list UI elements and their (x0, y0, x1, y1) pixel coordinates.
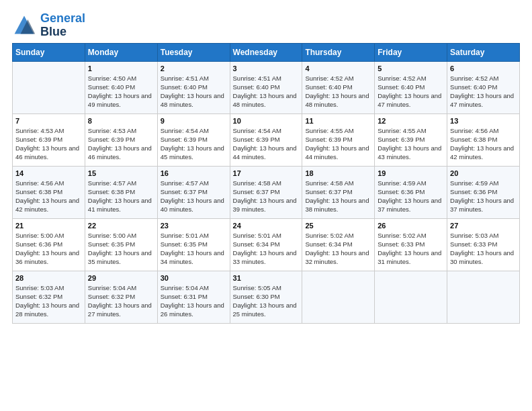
day-info: Sunrise: 4:52 AMSunset: 6:40 PMDaylight:… (305, 74, 371, 109)
day-info: Sunrise: 4:56 AMSunset: 6:38 PMDaylight:… (15, 179, 82, 214)
calendar-cell: 21Sunrise: 5:00 AMSunset: 6:36 PMDayligh… (13, 218, 85, 271)
day-info: Sunrise: 4:50 AMSunset: 6:40 PMDaylight:… (88, 74, 154, 109)
logo: General Blue (12, 12, 85, 39)
day-info: Sunrise: 5:00 AMSunset: 6:35 PMDaylight:… (88, 231, 154, 267)
day-info: Sunrise: 5:00 AMSunset: 6:36 PMDaylight:… (15, 231, 82, 267)
calendar-cell (13, 61, 85, 113)
day-info: Sunrise: 5:05 AMSunset: 6:30 PMDaylight:… (233, 283, 300, 319)
day-info: Sunrise: 4:51 AMSunset: 6:40 PMDaylight:… (233, 74, 300, 109)
day-number: 24 (233, 222, 300, 230)
day-number: 28 (15, 274, 82, 282)
calendar-cell: 25Sunrise: 5:02 AMSunset: 6:34 PMDayligh… (302, 218, 375, 271)
logo-icon (12, 13, 36, 38)
day-info: Sunrise: 5:01 AMSunset: 6:35 PMDaylight:… (161, 231, 227, 267)
day-number: 22 (88, 222, 154, 230)
weekday-header: Saturday (447, 43, 520, 61)
weekday-header: Tuesday (157, 43, 230, 61)
calendar-cell: 8Sunrise: 4:53 AMSunset: 6:39 PMDaylight… (85, 113, 157, 166)
day-number: 30 (161, 274, 227, 282)
header: General Blue (12, 12, 520, 39)
calendar-cell: 6Sunrise: 4:52 AMSunset: 6:40 PMDaylight… (447, 61, 520, 113)
day-info: Sunrise: 4:52 AMSunset: 6:40 PMDaylight:… (378, 74, 444, 109)
calendar-cell: 12Sunrise: 4:55 AMSunset: 6:39 PMDayligh… (375, 113, 447, 166)
calendar-cell: 17Sunrise: 4:58 AMSunset: 6:37 PMDayligh… (230, 166, 302, 218)
calendar-cell: 28Sunrise: 5:03 AMSunset: 6:32 PMDayligh… (13, 271, 85, 323)
calendar-cell (302, 271, 375, 323)
calendar-cell (375, 271, 447, 323)
day-number: 14 (15, 169, 82, 177)
day-info: Sunrise: 4:59 AMSunset: 6:36 PMDaylight:… (378, 179, 444, 214)
day-number: 18 (305, 169, 371, 177)
calendar-cell: 26Sunrise: 5:02 AMSunset: 6:33 PMDayligh… (375, 218, 447, 271)
day-info: Sunrise: 4:52 AMSunset: 6:40 PMDaylight:… (450, 74, 517, 109)
day-info: Sunrise: 4:54 AMSunset: 6:39 PMDaylight:… (233, 126, 300, 162)
weekday-header: Thursday (302, 43, 375, 61)
weekday-header: Friday (375, 43, 447, 61)
day-info: Sunrise: 4:56 AMSunset: 6:38 PMDaylight:… (450, 126, 517, 162)
day-number: 6 (450, 64, 517, 73)
day-number: 13 (450, 117, 517, 125)
calendar-week-row: 14Sunrise: 4:56 AMSunset: 6:38 PMDayligh… (13, 166, 520, 218)
day-number: 5 (378, 64, 444, 73)
day-number: 25 (305, 222, 371, 230)
day-info: Sunrise: 5:03 AMSunset: 6:33 PMDaylight:… (450, 231, 517, 267)
logo-text: General Blue (40, 12, 85, 39)
calendar-cell: 22Sunrise: 5:00 AMSunset: 6:35 PMDayligh… (85, 218, 157, 271)
calendar-table: SundayMondayTuesdayWednesdayThursdayFrid… (12, 43, 520, 324)
day-info: Sunrise: 4:53 AMSunset: 6:39 PMDaylight:… (88, 126, 154, 162)
day-number: 10 (233, 117, 300, 125)
calendar-cell: 20Sunrise: 4:59 AMSunset: 6:36 PMDayligh… (447, 166, 520, 218)
calendar-cell: 31Sunrise: 5:05 AMSunset: 6:30 PMDayligh… (230, 271, 302, 323)
day-number: 27 (450, 222, 517, 230)
day-info: Sunrise: 4:58 AMSunset: 6:37 PMDaylight:… (305, 179, 371, 214)
day-number: 9 (161, 117, 227, 125)
day-number: 1 (88, 64, 154, 73)
calendar-cell: 23Sunrise: 5:01 AMSunset: 6:35 PMDayligh… (157, 218, 230, 271)
day-number: 20 (450, 169, 517, 177)
day-number: 2 (161, 64, 227, 73)
calendar-cell: 14Sunrise: 4:56 AMSunset: 6:38 PMDayligh… (13, 166, 85, 218)
day-info: Sunrise: 5:02 AMSunset: 6:33 PMDaylight:… (378, 231, 444, 267)
day-number: 19 (378, 169, 444, 177)
calendar-cell: 24Sunrise: 5:01 AMSunset: 6:34 PMDayligh… (230, 218, 302, 271)
day-info: Sunrise: 5:04 AMSunset: 6:32 PMDaylight:… (88, 283, 154, 319)
calendar-cell: 9Sunrise: 4:54 AMSunset: 6:39 PMDaylight… (157, 113, 230, 166)
calendar-header: SundayMondayTuesdayWednesdayThursdayFrid… (13, 43, 520, 61)
calendar-cell: 3Sunrise: 4:51 AMSunset: 6:40 PMDaylight… (230, 61, 302, 113)
day-number: 3 (233, 64, 300, 73)
day-number: 12 (378, 117, 444, 125)
day-number: 29 (88, 274, 154, 282)
day-info: Sunrise: 4:59 AMSunset: 6:36 PMDaylight:… (450, 179, 517, 214)
calendar-cell: 27Sunrise: 5:03 AMSunset: 6:33 PMDayligh… (447, 218, 520, 271)
day-info: Sunrise: 5:03 AMSunset: 6:32 PMDaylight:… (15, 283, 82, 319)
day-info: Sunrise: 4:57 AMSunset: 6:38 PMDaylight:… (88, 179, 154, 214)
calendar-cell: 30Sunrise: 5:04 AMSunset: 6:31 PMDayligh… (157, 271, 230, 323)
day-number: 11 (305, 117, 371, 125)
calendar-cell: 11Sunrise: 4:55 AMSunset: 6:39 PMDayligh… (302, 113, 375, 166)
calendar-cell: 4Sunrise: 4:52 AMSunset: 6:40 PMDaylight… (302, 61, 375, 113)
day-number: 23 (161, 222, 227, 230)
calendar-cell: 13Sunrise: 4:56 AMSunset: 6:38 PMDayligh… (447, 113, 520, 166)
day-info: Sunrise: 5:04 AMSunset: 6:31 PMDaylight:… (161, 283, 227, 319)
day-info: Sunrise: 4:58 AMSunset: 6:37 PMDaylight:… (233, 179, 300, 214)
day-number: 21 (15, 222, 82, 230)
calendar-week-row: 28Sunrise: 5:03 AMSunset: 6:32 PMDayligh… (13, 271, 520, 323)
calendar-week-row: 1Sunrise: 4:50 AMSunset: 6:40 PMDaylight… (13, 61, 520, 113)
calendar-cell: 18Sunrise: 4:58 AMSunset: 6:37 PMDayligh… (302, 166, 375, 218)
calendar-week-row: 7Sunrise: 4:53 AMSunset: 6:39 PMDaylight… (13, 113, 520, 166)
calendar-cell: 2Sunrise: 4:51 AMSunset: 6:40 PMDaylight… (157, 61, 230, 113)
day-info: Sunrise: 4:55 AMSunset: 6:39 PMDaylight:… (305, 126, 371, 162)
day-number: 26 (378, 222, 444, 230)
day-number: 4 (305, 64, 371, 73)
page-container: General Blue SundayMondayTuesdayWednesda… (0, 0, 532, 330)
day-number: 15 (88, 169, 154, 177)
calendar-cell: 5Sunrise: 4:52 AMSunset: 6:40 PMDaylight… (375, 61, 447, 113)
calendar-cell: 16Sunrise: 4:57 AMSunset: 6:37 PMDayligh… (157, 166, 230, 218)
calendar-cell: 19Sunrise: 4:59 AMSunset: 6:36 PMDayligh… (375, 166, 447, 218)
day-number: 17 (233, 169, 300, 177)
calendar-cell: 29Sunrise: 5:04 AMSunset: 6:32 PMDayligh… (85, 271, 157, 323)
day-info: Sunrise: 4:55 AMSunset: 6:39 PMDaylight:… (378, 126, 444, 162)
day-info: Sunrise: 5:02 AMSunset: 6:34 PMDaylight:… (305, 231, 371, 267)
weekday-header: Monday (85, 43, 157, 61)
calendar-cell: 10Sunrise: 4:54 AMSunset: 6:39 PMDayligh… (230, 113, 302, 166)
